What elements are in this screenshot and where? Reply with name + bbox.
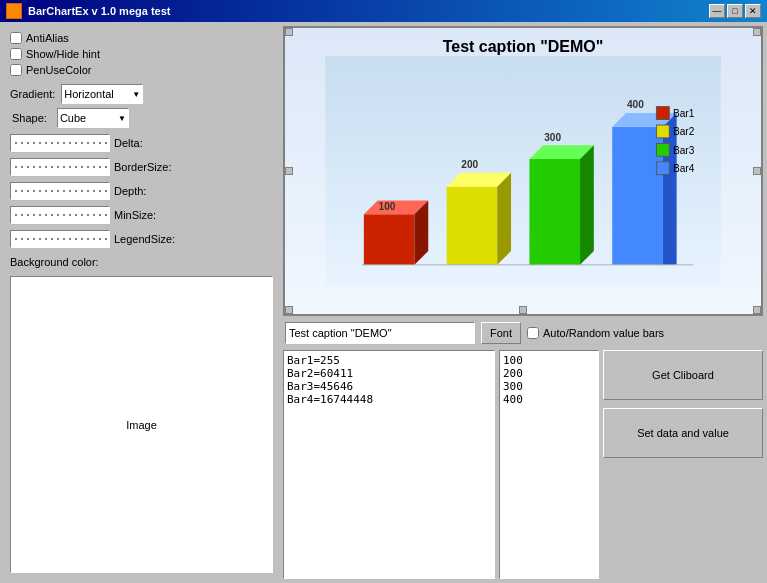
depth-input[interactable] [10, 182, 110, 200]
image-label: Image [126, 419, 157, 431]
caption-input[interactable] [285, 322, 475, 344]
svg-text:Bar2: Bar2 [673, 126, 695, 137]
chart-container: Test caption "DEMO" [283, 26, 763, 316]
resize-handle-ml[interactable] [285, 167, 293, 175]
bordersize-input[interactable] [10, 158, 110, 176]
close-button[interactable]: ✕ [745, 4, 761, 18]
gradient-value: Horizontal [64, 88, 114, 100]
delta-label: Delta: [114, 137, 143, 149]
antialias-checkbox[interactable] [10, 32, 22, 44]
svg-rect-13 [612, 127, 663, 265]
showhide-checkbox[interactable] [10, 48, 22, 60]
set-data-button[interactable]: Set data and value [603, 408, 763, 458]
depth-row: Depth: [10, 182, 273, 200]
svg-rect-1 [364, 214, 415, 265]
penusecolor-label: PenUseColor [26, 64, 91, 76]
gradient-arrow-icon: ▼ [132, 90, 140, 99]
auto-checkbox-row: Auto/Random value bars [527, 327, 664, 339]
antialias-label: AntiAlias [26, 32, 69, 44]
penusecolor-checkbox[interactable] [10, 64, 22, 76]
minimize-button[interactable]: — [709, 4, 725, 18]
svg-text:Bar4: Bar4 [673, 163, 695, 174]
font-button[interactable]: Font [481, 322, 521, 344]
auto-random-label: Auto/Random value bars [543, 327, 664, 339]
svg-text:100: 100 [379, 201, 396, 212]
minsize-row: MinSize: [10, 206, 273, 224]
delta-row: Delta: [10, 134, 273, 152]
image-box: Image [10, 276, 273, 573]
showhide-row: Show/Hide hint [10, 48, 273, 60]
delta-input[interactable] [10, 134, 110, 152]
right-panel: Test caption "DEMO" [283, 26, 763, 579]
svg-rect-24 [656, 162, 669, 175]
depth-label: Depth: [114, 185, 146, 197]
main-window: AntiAlias Show/Hide hint PenUseColor Gra… [0, 22, 767, 583]
legendsize-input[interactable] [10, 230, 110, 248]
auto-random-checkbox[interactable] [527, 327, 539, 339]
gradient-label: Gradient: [10, 88, 55, 100]
action-buttons: Get Cliboard Set data and value [603, 350, 763, 579]
legendsize-label: LegendSize: [114, 233, 175, 245]
shape-value: Cube [60, 112, 86, 124]
resize-handle-tl[interactable] [285, 28, 293, 36]
svg-rect-5 [447, 187, 498, 265]
minsize-label: MinSize: [114, 209, 156, 221]
bordersize-row: BorderSize: [10, 158, 273, 176]
svg-text:Bar1: Bar1 [673, 108, 695, 119]
bars-data-textarea[interactable]: Bar1=255 Bar2=60411 Bar3=45646 Bar4=1674… [283, 350, 495, 579]
penusecolor-row: PenUseColor [10, 64, 273, 76]
svg-rect-9 [529, 159, 580, 265]
svg-text:200: 200 [461, 159, 478, 170]
svg-marker-7 [497, 173, 511, 265]
minsize-input[interactable] [10, 206, 110, 224]
svg-marker-11 [580, 145, 594, 265]
resize-handle-tr[interactable] [753, 28, 761, 36]
left-panel: AntiAlias Show/Hide hint PenUseColor Gra… [4, 26, 279, 579]
legendsize-row: LegendSize: [10, 230, 273, 248]
shape-dropdown[interactable]: Cube ▼ [57, 108, 129, 128]
chart-title: Test caption "DEMO" [285, 38, 761, 56]
showhide-label: Show/Hide hint [26, 48, 100, 60]
bottom-controls: Font Auto/Random value bars [283, 320, 763, 346]
svg-text:Bar3: Bar3 [673, 145, 695, 156]
shape-arrow-icon: ▼ [118, 114, 126, 123]
window-title: BarChartEx v 1.0 mega test [28, 5, 170, 17]
resize-handle-bl[interactable] [285, 306, 293, 314]
chart-svg: 100 200 300 400 [285, 56, 761, 286]
bordersize-label: BorderSize: [114, 161, 171, 173]
svg-rect-18 [656, 107, 669, 120]
maximize-button[interactable]: □ [727, 4, 743, 18]
gradient-dropdown[interactable]: Horizontal ▼ [61, 84, 143, 104]
svg-text:300: 300 [544, 132, 561, 143]
svg-rect-22 [656, 143, 669, 156]
title-bar: BarChartEx v 1.0 mega test — □ ✕ [0, 0, 767, 22]
get-clipboard-button[interactable]: Get Cliboard [603, 350, 763, 400]
shape-label: Shape: [12, 112, 47, 124]
resize-handle-bm[interactable] [519, 306, 527, 314]
gradient-shape-row: Gradient: Horizontal ▼ [10, 84, 273, 104]
window-controls: — □ ✕ [709, 4, 761, 18]
bg-color-label: Background color: [10, 256, 273, 268]
data-area: Bar1=255 Bar2=60411 Bar3=45646 Bar4=1674… [283, 350, 763, 579]
values-textarea[interactable]: 100 200 300 400 [499, 350, 599, 579]
resize-handle-br[interactable] [753, 306, 761, 314]
app-icon [6, 3, 22, 19]
svg-text:400: 400 [627, 99, 644, 110]
antialias-row: AntiAlias [10, 32, 273, 44]
resize-handle-mr[interactable] [753, 167, 761, 175]
svg-rect-20 [656, 125, 669, 138]
